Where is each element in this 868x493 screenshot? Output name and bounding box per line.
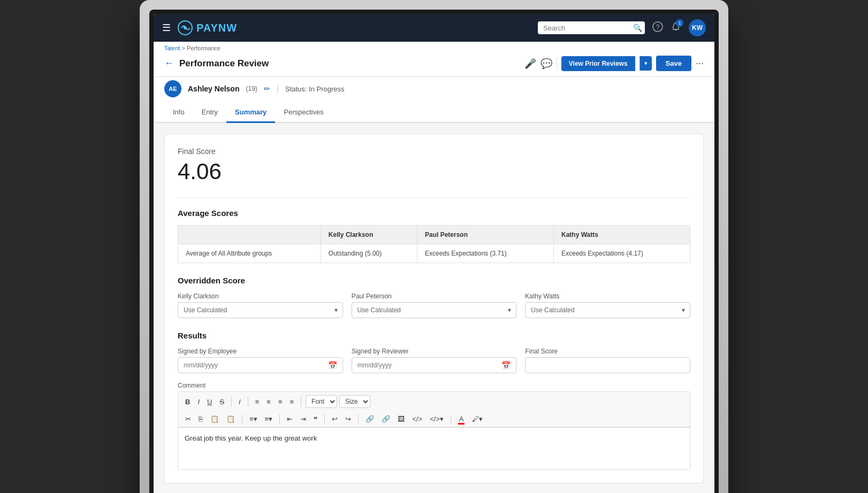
toolbar-sep-2 [248,397,248,406]
comment-editor-body[interactable]: Great job this year. Keep up the great w… [178,427,690,470]
link-button[interactable]: 🔗 [363,413,377,425]
tab-info[interactable]: Info [164,103,193,123]
overridden-paul-field: Paul Peterson Use Calculated [352,292,517,318]
logo-icon [177,20,193,36]
align-left-button[interactable]: ≡ [253,396,262,407]
overridden-kathy-select[interactable]: Use Calculated [525,302,690,318]
laptop-outer: ☰ PAYNW 🔍 [140,0,728,493]
status-text: Status: In Progress [285,85,345,93]
unlink-button[interactable]: 🔗 [379,413,393,425]
undo-button[interactable]: ↩ [329,413,340,425]
page-title-area: ← Performance Review [164,58,269,69]
indent-out-button[interactable]: ⇤ [284,413,295,425]
top-nav: ☰ PAYNW 🔍 [154,14,714,42]
italic2-button[interactable]: I [236,396,243,407]
toolbar-sep-1 [231,397,232,406]
strikethrough-button[interactable]: S [217,396,227,407]
overridden-grid: Kelly Clarkson Use Calculated Paul Peter… [178,292,690,318]
breadcrumb-talent[interactable]: Talent [164,45,180,51]
ul-button[interactable]: ≡▾ [247,413,260,425]
save-button[interactable]: Save [656,56,691,71]
help-icon[interactable]: ? [652,21,663,35]
cut-button[interactable]: ✂ [182,413,194,425]
view-prior-dropdown-button[interactable]: ▾ [639,56,652,71]
search-icon: 🔍 [633,24,642,32]
toolbar-sep-3 [301,397,301,406]
calendar-icon-employee[interactable]: 📅 [328,361,337,369]
signed-by-reviewer-input[interactable] [357,361,502,369]
svg-point-1 [184,26,187,29]
chat-button[interactable]: 💬 [540,58,552,70]
employee-name: Ashley Nelson [188,84,239,93]
toolbar-sep-7 [358,414,359,424]
font-family-select[interactable]: Font [306,395,337,408]
special-paste-button[interactable]: 📋 [224,413,238,425]
notification-icon[interactable]: 1 [671,21,681,35]
more-options-button[interactable]: ··· [696,58,704,69]
justify-button[interactable]: ≡ [287,396,296,407]
signed-by-reviewer-input-wrap: 📅 [352,357,517,373]
user-avatar[interactable]: KW [689,19,706,36]
font-size-select[interactable]: Size [339,395,370,408]
results-grid: Signed by Employee 📅 Signed by Reviewer [178,348,690,373]
align-right-button[interactable]: ≡ [276,396,285,407]
actions-divider [557,57,557,70]
overridden-paul-select[interactable]: Use Calculated [352,302,517,318]
calendar-icon-reviewer[interactable]: 📅 [501,361,511,369]
page-title: Performance Review [179,58,269,69]
laptop-screen: ☰ PAYNW 🔍 [149,10,719,493]
bold-button[interactable]: B [182,396,193,407]
image-button[interactable]: 🖼 [395,413,407,425]
hamburger-icon[interactable]: ☰ [162,22,171,34]
table-header-empty [178,226,321,244]
row-kelly: Outstanding (5.00) [321,244,417,263]
overridden-paul-label: Paul Peterson [352,292,517,300]
align-center-button[interactable]: ≡ [264,396,273,407]
mic-button[interactable]: 🎤 [524,58,536,70]
back-button[interactable]: ← [164,58,174,69]
employee-row: AE Ashley Nelson (19) ✏ | Status: In Pro… [154,77,714,103]
overridden-kathy-select-wrapper: Use Calculated [525,302,690,318]
screen-content: ☰ PAYNW 🔍 [154,14,714,493]
overridden-kelly-select-wrapper: Use Calculated [178,302,343,318]
overridden-kelly-select[interactable]: Use Calculated [178,302,343,318]
signed-by-employee-input-wrap: 📅 [178,357,343,373]
edit-employee-icon[interactable]: ✏ [264,84,270,93]
average-scores-title: Average Scores [178,209,690,218]
editor-toolbar-row2: ✂ ⎘ 📋 📋 ≡▾ ≡▾ ⇤ ⇥ ❝ [178,411,690,427]
paste-button[interactable]: 📋 [208,413,222,425]
results-final-score-input: Exceeds Expectations [525,357,690,373]
highlight-button[interactable]: 🖊▾ [469,413,485,425]
code-inline-button[interactable]: </> [409,413,425,425]
toolbar-sep-4 [242,414,242,424]
copy-button[interactable]: ⎘ [196,413,205,425]
underline-button[interactable]: U [204,396,215,407]
view-prior-reviews-button[interactable]: View Prior Reviews [561,56,635,71]
redo-button[interactable]: ↪ [342,413,354,425]
row-kathy: Exceeds Expectations (4.17) [553,244,690,263]
font-color-button[interactable]: A [455,413,468,425]
tab-summary[interactable]: Summary [226,103,275,123]
main-content: Final Score 4.06 Average Scores Kelly Cl… [154,123,714,493]
separator: | [277,84,279,94]
italic-button[interactable]: I [195,396,202,407]
ol-button[interactable]: ≡▾ [262,413,276,425]
scores-table: Kelly Clarkson Paul Peterson Kathy Watts… [178,225,690,263]
tab-perspectives[interactable]: Perspectives [275,103,332,123]
results-final-score-label: Final Score [525,348,690,355]
search-box[interactable]: 🔍 [538,21,645,34]
tab-entry[interactable]: Entry [193,103,226,123]
header-actions: 🎤 💬 View Prior Reviews ▾ Save ··· [524,56,704,71]
code-block-button[interactable]: </>▾ [427,413,446,425]
results-section: Results Signed by Employee 📅 Signed by [178,331,690,470]
table-header-paul: Paul Peterson [417,226,554,244]
table-header-kelly: Kelly Clarkson [321,226,417,244]
signed-by-employee-input[interactable] [184,361,328,369]
indent-in-button[interactable]: ⇥ [298,413,309,425]
search-input[interactable] [543,24,633,32]
tabs-row: Info Entry Summary Perspectives [154,103,714,123]
results-title: Results [178,331,690,340]
results-final-score-field: Final Score Exceeds Expectations [525,348,690,373]
blockquote-button[interactable]: ❝ [311,413,320,425]
overridden-score-section: Overridden Score Kelly Clarkson Use Calc… [178,276,690,318]
